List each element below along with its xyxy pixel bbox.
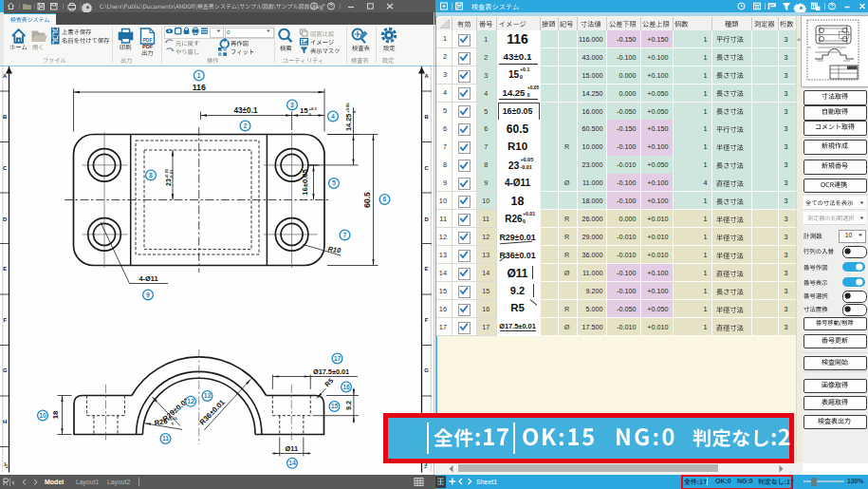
svg-text:F: F xyxy=(3,317,7,323)
svg-text:E: E xyxy=(425,266,429,272)
svg-text:16±0.05: 16±0.05 xyxy=(301,168,309,195)
svg-text:PDF: PDF xyxy=(143,37,153,43)
svg-text:13: 13 xyxy=(204,392,212,399)
svg-text:15: 15 xyxy=(300,106,308,115)
svg-text:4-Ø11: 4-Ø11 xyxy=(139,274,157,283)
svg-text:1: 1 xyxy=(197,72,201,79)
svg-text:17: 17 xyxy=(334,355,342,362)
svg-text:14.25: 14.25 xyxy=(344,114,353,131)
svg-text:7: 7 xyxy=(343,232,347,238)
svg-text:+0.05: +0.05 xyxy=(345,103,350,113)
svg-text:B: B xyxy=(424,114,428,120)
svg-text:3: 3 xyxy=(290,102,294,108)
svg-text:E: E xyxy=(3,266,7,272)
svg-text:F: F xyxy=(425,317,429,323)
svg-text:4: 4 xyxy=(331,113,335,120)
svg-text:14: 14 xyxy=(288,460,296,466)
svg-text:5: 5 xyxy=(332,179,336,186)
svg-text:6: 6 xyxy=(383,196,387,202)
svg-text:10: 10 xyxy=(39,412,46,419)
svg-text:G: G xyxy=(3,367,8,373)
svg-text:60.5: 60.5 xyxy=(362,192,372,208)
svg-text:+0.1: +0.1 xyxy=(309,106,318,111)
svg-text:8: 8 xyxy=(149,172,153,179)
svg-text:43±0.1: 43±0.1 xyxy=(234,106,258,115)
svg-text:1: 1 xyxy=(5,463,8,469)
svg-text:16: 16 xyxy=(342,384,350,390)
svg-text:Ø17.5±0.01: Ø17.5±0.01 xyxy=(313,367,349,376)
svg-text:116: 116 xyxy=(193,83,206,92)
svg-text:1: 1 xyxy=(423,463,426,469)
svg-text:2: 2 xyxy=(244,122,248,129)
svg-text:B: B xyxy=(3,114,7,120)
svg-text:18: 18 xyxy=(51,410,60,419)
svg-text:D: D xyxy=(3,216,7,222)
svg-text:9.2: 9.2 xyxy=(344,401,353,410)
svg-text:23: 23 xyxy=(165,179,172,186)
svg-text:-0.01: -0.01 xyxy=(169,169,174,179)
svg-text:15: 15 xyxy=(331,403,339,409)
svg-text:12: 12 xyxy=(187,398,194,404)
svg-text:G: G xyxy=(424,367,429,373)
svg-text:D: D xyxy=(424,216,428,222)
svg-text:11: 11 xyxy=(162,435,169,442)
svg-text:9: 9 xyxy=(146,292,150,298)
svg-text:H: H xyxy=(3,419,7,424)
svg-text:Ø11: Ø11 xyxy=(286,444,298,453)
